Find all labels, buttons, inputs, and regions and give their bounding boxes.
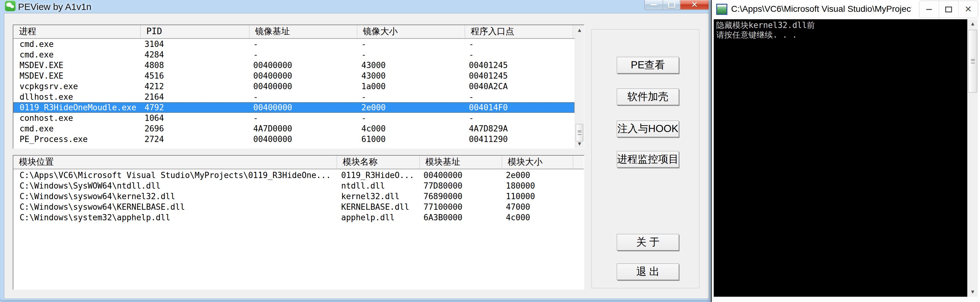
process-cell: 4212	[145, 81, 164, 92]
process-cell: -	[361, 113, 366, 123]
process-row[interactable]: cmd.exe4284---	[13, 49, 574, 60]
process-list-scrollbar[interactable]: ▲ ▼	[575, 25, 584, 148]
process-row[interactable]: MSDEV.EXE4808004000004300000401245	[13, 60, 574, 70]
process-row[interactable]: PE_Process.exe2724004000006100000411290	[13, 134, 574, 145]
process-cell: 4c000	[361, 123, 386, 134]
module-cell: 6A3B0000	[423, 212, 462, 223]
module-list: 模块位置模块名称模块基址模块大小 C:\Apps\VC6\Microsoft V…	[13, 155, 584, 290]
process-monitor-button[interactable]: 进程监控项目	[617, 151, 679, 167]
pe-view-button[interactable]: PE查看	[617, 57, 679, 73]
module-column-header[interactable]: 模块基址	[420, 156, 502, 169]
module-row[interactable]: C:\Windows\SysWOW64\ntdll.dllntdll.dll77…	[13, 181, 584, 191]
module-column-header[interactable]: 模块大小	[502, 156, 573, 169]
module-cell: 180000	[506, 181, 535, 191]
module-cell: 76890000	[423, 191, 462, 202]
close-button[interactable]: ✕	[680, 0, 709, 10]
process-cell: -	[469, 113, 474, 123]
peview-titlebar[interactable]: PEView by A1v1n ✕	[0, 0, 712, 13]
module-cell: C:\Windows\syswow64\KERNELBASE.dll	[19, 202, 185, 212]
process-row[interactable]: vcpkgsrv.exe4212004000001a0000040A2CA	[13, 81, 574, 92]
process-cell: 43000	[361, 70, 386, 81]
process-row[interactable]: cmd.exe26964A7D00004c0004A7D829A	[13, 123, 574, 134]
process-cell: 2e000	[361, 102, 386, 113]
module-column-header[interactable]: 模块位置	[13, 156, 337, 169]
module-cell: 0119_R3HideO...	[341, 170, 414, 181]
module-list-header: 模块位置模块名称模块基址模块大小	[13, 156, 584, 169]
process-row[interactable]: MSDEV.EXE4516004000004300000401245	[13, 70, 574, 81]
module-cell: 110000	[506, 191, 535, 202]
scroll-thumb[interactable]	[576, 124, 583, 141]
maximize-icon	[668, 2, 675, 8]
process-cell: 00401245	[469, 70, 508, 81]
process-list: 进程PID镜像基址镜像大小程序入口点 cmd.exe3104---cmd.exe…	[13, 25, 584, 149]
console-app-icon[interactable]	[716, 4, 727, 15]
peview-client-area: 进程PID镜像基址镜像大小程序入口点 cmd.exe3104---cmd.exe…	[4, 13, 709, 299]
console-output-line: 隐藏模块kernel32.dll前	[716, 21, 967, 30]
module-row[interactable]: C:\Apps\VC6\Microsoft Visual Studio\MyPr…	[13, 170, 584, 181]
column-header-stub	[573, 156, 584, 169]
process-cell: 1a000	[361, 81, 386, 92]
console-minimize-button[interactable]	[920, 1, 939, 18]
scroll-up-button[interactable]: ▲	[575, 26, 584, 34]
process-cell: 61000	[361, 134, 386, 145]
inject-hook-button[interactable]: 注入与HOOK	[617, 121, 679, 137]
module-row[interactable]: C:\Windows\system32\apphelp.dllapphelp.d…	[13, 212, 584, 223]
console-caption-buttons: ✕	[919, 1, 978, 18]
process-column-header[interactable]: 镜像大小	[357, 25, 465, 38]
process-cell: 2696	[145, 123, 164, 134]
module-cell: ntdll.dll	[341, 181, 385, 191]
scroll-grip-icon	[971, 59, 975, 64]
scroll-down-button[interactable]: ▼	[967, 288, 978, 296]
software-pack-button[interactable]: 软件加壳	[617, 89, 679, 105]
process-row[interactable]: 0119_R3HideOneMoudle.exe4792004000002e00…	[13, 102, 574, 113]
process-column-header[interactable]: 进程	[13, 25, 141, 38]
process-cell: 2724	[145, 134, 164, 145]
scroll-thumb[interactable]	[968, 30, 977, 92]
peview-caption-buttons: ✕	[644, 0, 709, 10]
module-cell: 00400000	[423, 170, 462, 181]
process-cell: 00401245	[469, 60, 508, 70]
console-output[interactable]: 隐藏模块kernel32.dll前请按任意键继续. . .	[714, 19, 967, 297]
scroll-up-button[interactable]: ▲	[967, 20, 978, 28]
console-scrollbar[interactable]: ▲ ▼	[967, 19, 978, 297]
module-row[interactable]: C:\Windows\syswow64\kernel32.dllkernel32…	[13, 191, 584, 202]
process-cell: 00400000	[253, 60, 292, 70]
process-row[interactable]: dllhost.exe2164---	[13, 92, 574, 102]
process-column-header[interactable]: 程序入口点	[465, 25, 573, 38]
process-row[interactable]: conhost.exe1064---	[13, 113, 574, 123]
module-cell: 77D80000	[423, 181, 462, 191]
process-row[interactable]: cmd.exe3104---	[13, 39, 574, 49]
console-window-title: C:\Apps\VC6\Microsoft Visual Studio\MyPr…	[731, 4, 912, 14]
module-row[interactable]: C:\Windows\syswow64\KERNELBASE.dllKERNEL…	[13, 202, 584, 212]
module-cell: KERNELBASE.dll	[341, 202, 409, 212]
process-cell: vcpkgsrv.exe	[19, 81, 78, 92]
minimize-button[interactable]	[644, 0, 663, 10]
process-cell: 00400000	[253, 81, 292, 92]
process-cell: -	[361, 92, 366, 102]
process-column-header[interactable]: 镜像基址	[250, 25, 357, 38]
process-cell: 00400000	[253, 102, 292, 113]
process-cell: 4A7D829A	[469, 123, 508, 134]
process-cell: -	[253, 39, 258, 49]
peview-app-icon[interactable]	[5, 1, 16, 11]
exit-button[interactable]: 退 出	[617, 264, 679, 280]
module-rows: C:\Apps\VC6\Microsoft Visual Studio\MyPr…	[13, 170, 584, 289]
process-cell: cmd.exe	[19, 49, 54, 60]
console-maximize-button[interactable]	[939, 1, 958, 18]
peview-window-title: PEView by A1v1n	[18, 2, 91, 12]
console-close-button[interactable]: ✕	[958, 1, 978, 18]
process-cell: 00411290	[469, 134, 508, 145]
module-column-header[interactable]: 模块名称	[337, 156, 420, 169]
scroll-down-button[interactable]: ▼	[575, 140, 584, 148]
process-column-header[interactable]: PID	[141, 25, 250, 38]
console-window: C:\Apps\VC6\Microsoft Visual Studio\MyPr…	[711, 0, 980, 302]
process-cell: 00400000	[253, 70, 292, 81]
module-cell: C:\Windows\syswow64\kernel32.dll	[19, 191, 175, 202]
maximize-button[interactable]	[663, 0, 680, 10]
console-titlebar[interactable]: C:\Apps\VC6\Microsoft Visual Studio\MyPr…	[712, 0, 980, 19]
module-cell: 4c000	[506, 212, 530, 223]
process-cell: 4792	[145, 102, 164, 113]
process-cell: MSDEV.EXE	[19, 70, 64, 81]
about-button[interactable]: 关 于	[617, 234, 679, 250]
process-cell: 0040A2CA	[469, 81, 508, 92]
